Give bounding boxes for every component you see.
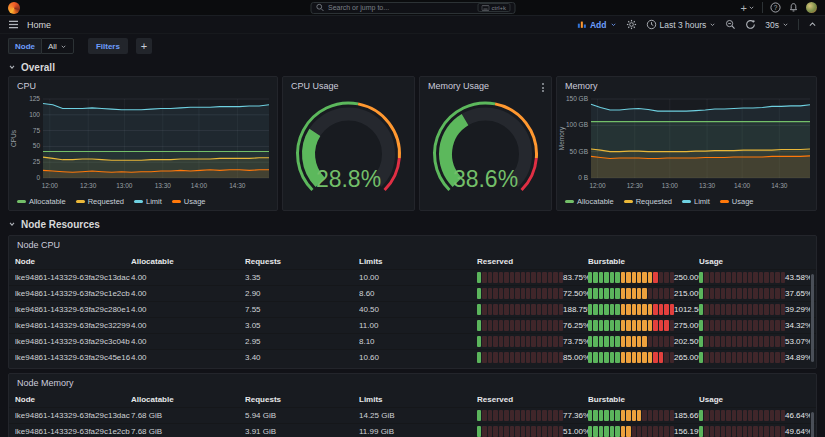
lcd-gauge: 37.65% — [699, 288, 810, 299]
legend-item[interactable]: Requested — [624, 197, 672, 206]
column-header[interactable]: Limits — [359, 395, 477, 404]
grafana-logo[interactable] — [8, 2, 20, 14]
panel-cpu-usage: CPU Usage 28.8% — [282, 76, 415, 211]
filters-button[interactable]: Filters — [88, 38, 128, 54]
search-placeholder: Search or jump to... — [328, 4, 389, 11]
table-scrollbar[interactable] — [811, 274, 814, 362]
memory-usage-gauge: 38.6% — [420, 94, 551, 209]
lcd-gauge: 265.00% — [588, 352, 699, 363]
legend-item[interactable]: Allocatable — [565, 197, 614, 206]
gauge-value: 34.89% — [785, 353, 810, 362]
user-avatar[interactable] — [806, 2, 817, 13]
toolbar-right: Add Last 3 hours — [577, 19, 817, 30]
section-node-resources[interactable]: Node Resources — [8, 217, 817, 231]
svg-text:0 B: 0 B — [578, 174, 588, 181]
column-header[interactable]: Allocatable — [131, 395, 245, 404]
chevron-down-icon — [709, 21, 716, 28]
column-header[interactable]: Reserved — [477, 257, 588, 266]
time-range-picker[interactable]: Last 3 hours — [646, 19, 717, 30]
table-scrollbar[interactable] — [811, 412, 814, 437]
gauge-value: 265.00% — [674, 353, 699, 362]
divider — [798, 19, 799, 30]
top-nav-right: + ? — [741, 2, 817, 13]
lcd-gauge: 72.50% — [477, 288, 588, 299]
overall-panels-row: CPU 025507510012512:0012:3013:0013:3014:… — [8, 76, 817, 211]
panel-title[interactable]: Node CPU — [9, 236, 816, 253]
column-header[interactable]: Usage — [699, 257, 810, 266]
svg-text:Memory: Memory — [558, 126, 566, 150]
column-header[interactable]: Usage — [699, 395, 810, 404]
section-overall[interactable]: Overall — [8, 60, 817, 74]
column-header[interactable]: Requests — [245, 395, 359, 404]
settings-gear-icon[interactable] — [626, 19, 637, 30]
refresh-interval-picker[interactable]: 30s — [765, 20, 789, 30]
shortcut-badge: ctrl+k — [477, 3, 510, 12]
new-button[interactable]: + — [741, 3, 755, 13]
gauge-value: 39.29% — [785, 305, 810, 314]
panel-menu-kebab-icon[interactable] — [540, 81, 546, 94]
panel-title[interactable]: CPU — [9, 77, 277, 94]
help-icon[interactable]: ? — [770, 2, 781, 13]
dashboard-body: Overall CPU 025507510012512:0012:3013:00… — [0, 58, 825, 437]
gauge-value: 215.00% — [674, 289, 699, 298]
refresh-icon[interactable] — [745, 19, 756, 30]
add-panel-button[interactable]: Add — [577, 20, 617, 30]
lcd-gauge: 73.75% — [477, 336, 588, 347]
column-header[interactable]: Burstable — [588, 395, 699, 404]
notifications-bell-icon[interactable] — [788, 2, 799, 13]
menu-toggle-icon[interactable] — [8, 20, 19, 29]
legend-swatch — [565, 200, 574, 203]
legend-item[interactable]: Usage — [720, 197, 754, 206]
chart-legend: AllocatableRequestedLimitUsage — [565, 197, 754, 206]
column-header[interactable]: Node — [15, 257, 131, 266]
zoom-out-icon[interactable] — [725, 19, 736, 30]
panel-title[interactable]: CPU Usage — [283, 77, 414, 94]
svg-text:13:30: 13:30 — [699, 182, 716, 189]
column-header[interactable]: Node — [15, 395, 131, 404]
gauge-value: 76.25% — [563, 321, 588, 330]
table-header-row: NodeAllocatableRequestsLimitsReservedBur… — [9, 391, 816, 407]
panel-title[interactable]: Node Memory — [9, 374, 816, 391]
table-row: lke94861-143329-63fa29c3c04b4.002.958.10… — [9, 333, 816, 349]
legend-item[interactable]: Limit — [134, 197, 162, 206]
svg-text:150 GB: 150 GB — [566, 95, 588, 102]
column-header[interactable]: Reserved — [477, 395, 588, 404]
gauge-value: 275.00% — [674, 321, 699, 330]
variable-value-dropdown[interactable]: All — [41, 38, 74, 54]
legend-item[interactable]: Allocatable — [17, 197, 66, 206]
panel-node-memory: Node Memory NodeAllocatableRequestsLimit… — [8, 373, 817, 437]
panel-title[interactable]: Memory — [557, 77, 816, 94]
svg-text:0: 0 — [36, 174, 40, 181]
add-filter-button[interactable]: + — [136, 38, 152, 54]
legend-item[interactable]: Requested — [76, 197, 124, 206]
svg-text:14:30: 14:30 — [229, 182, 246, 189]
chevron-down-icon — [782, 21, 789, 28]
legend-item[interactable]: Limit — [682, 197, 710, 206]
column-header[interactable]: Limits — [359, 257, 477, 266]
panel-title[interactable]: Memory Usage — [420, 77, 551, 94]
svg-text:14:00: 14:00 — [191, 182, 208, 189]
svg-text:125: 125 — [29, 95, 40, 102]
search-input[interactable]: Search or jump to... ctrl+k — [310, 2, 515, 14]
breadcrumb[interactable]: Home — [27, 20, 51, 30]
collapse-topbar-icon[interactable] — [808, 20, 817, 29]
svg-text:12:30: 12:30 — [80, 182, 97, 189]
table-row: lke94861-143329-63fa29c280e14.007.5540.5… — [9, 301, 816, 317]
svg-text:28.8%: 28.8% — [316, 166, 381, 192]
clock-icon — [646, 19, 657, 30]
search-icon — [315, 3, 324, 12]
lcd-gauge: 275.00% — [588, 320, 699, 331]
column-header[interactable]: Burstable — [588, 257, 699, 266]
chevron-down-icon — [748, 4, 755, 11]
lcd-gauge: 53.07% — [699, 336, 810, 347]
table-row: lke94861-143329-63fa29c13dac4.003.3510.0… — [9, 269, 816, 285]
column-header[interactable]: Allocatable — [131, 257, 245, 266]
legend-item[interactable]: Usage — [172, 197, 206, 206]
gauge-value: 73.75% — [563, 337, 588, 346]
chevron-down-icon — [60, 43, 67, 50]
column-header[interactable]: Requests — [245, 257, 359, 266]
svg-text:13:30: 13:30 — [155, 182, 172, 189]
table-row: lke94861-143329-63fa29c1e2cb7.68 GiB3.91… — [9, 423, 816, 437]
node-cpu-table: NodeAllocatableRequestsLimitsReservedBur… — [9, 253, 816, 365]
node-memory-table: NodeAllocatableRequestsLimitsReservedBur… — [9, 391, 816, 437]
